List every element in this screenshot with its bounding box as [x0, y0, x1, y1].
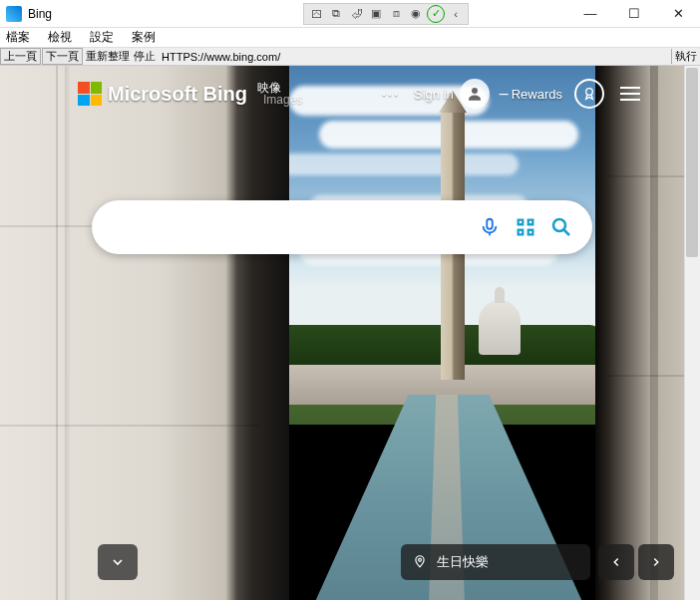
- nav-stop-label[interactable]: 停止: [132, 49, 158, 64]
- more-menu-icon[interactable]: ⋯: [381, 83, 400, 105]
- svg-point-0: [472, 88, 478, 94]
- avatar-icon[interactable]: [460, 79, 490, 109]
- tool-video-icon[interactable]: ⧉: [327, 5, 345, 23]
- rewards-medal-icon[interactable]: [574, 79, 604, 109]
- vertical-scrollbar[interactable]: [684, 66, 700, 600]
- rewards-link[interactable]: Rewards: [512, 87, 562, 102]
- search-submit-icon[interactable]: [548, 214, 574, 240]
- menu-settings[interactable]: 設定: [88, 28, 116, 47]
- tool-check-icon[interactable]: ✓: [427, 5, 445, 23]
- search-box: [92, 200, 592, 254]
- header-links: 映像 Images: [257, 82, 302, 106]
- tool-pointer-icon[interactable]: ⮰: [347, 5, 365, 23]
- hamburger-menu-icon[interactable]: [620, 87, 640, 101]
- nav-prev-button[interactable]: 上一頁: [0, 48, 41, 65]
- svg-point-1: [586, 89, 593, 96]
- close-button[interactable]: ✕: [656, 0, 700, 28]
- maximize-button[interactable]: ☐: [612, 0, 656, 28]
- page-content: Microsoft Bing 映像 Images ⋯ Sign in – Rew…: [0, 66, 700, 600]
- image-search-icon[interactable]: [513, 214, 538, 240]
- svg-point-4: [419, 558, 422, 561]
- svg-rect-2: [487, 219, 493, 229]
- titlebar: Bing ⮹ ⧉ ⮰ ▣ ⧈ ◉ ✓ ‹ — ☐ ✕: [0, 0, 700, 28]
- signin-link[interactable]: Sign in: [414, 87, 454, 102]
- menu-view[interactable]: 檢視: [46, 28, 74, 47]
- app-icon: [6, 6, 22, 22]
- nav-next-button[interactable]: 下一頁: [42, 48, 83, 65]
- wallpaper-nav: [598, 544, 674, 580]
- scrollbar-thumb[interactable]: [686, 68, 698, 257]
- brand-label[interactable]: Microsoft Bing: [108, 83, 247, 106]
- expand-down-button[interactable]: [98, 544, 138, 580]
- background-image: [0, 66, 700, 600]
- nav-run-label[interactable]: 執行: [671, 49, 700, 64]
- wallpaper-next-button[interactable]: [638, 544, 674, 580]
- window-buttons: — ☐ ✕: [568, 0, 700, 28]
- tool-square-icon[interactable]: ▣: [367, 5, 385, 23]
- nav-refresh-label[interactable]: 重新整理: [84, 49, 132, 64]
- voice-search-icon[interactable]: [477, 214, 503, 240]
- debug-toolbox: ⮹ ⧉ ⮰ ▣ ⧈ ◉ ✓ ‹: [303, 3, 469, 25]
- link-images-en[interactable]: Images: [263, 94, 302, 106]
- image-info-text: 生日快樂: [437, 553, 489, 571]
- minimize-button[interactable]: —: [568, 0, 612, 28]
- tool-record-icon[interactable]: ◉: [407, 5, 425, 23]
- navbar: 上一頁 下一頁 重新整理 停止 HTTPS://www.bing.com/ 執行: [0, 48, 700, 66]
- rewards-prefix: –: [500, 85, 509, 103]
- bing-header: Microsoft Bing 映像 Images ⋯ Sign in – Rew…: [78, 74, 680, 114]
- window-title: Bing: [28, 7, 52, 21]
- search-input[interactable]: [110, 218, 467, 236]
- menu-file[interactable]: 檔案: [4, 28, 32, 47]
- tool-cursor-icon[interactable]: ⮹: [307, 5, 325, 23]
- microsoft-logo-icon: [78, 82, 102, 106]
- tool-back-icon[interactable]: ‹: [447, 5, 465, 23]
- wallpaper-prev-button[interactable]: [598, 544, 634, 580]
- location-pin-icon: [413, 554, 427, 571]
- menubar: 檔案 檢視 設定 案例: [0, 28, 700, 48]
- tool-screen-icon[interactable]: ⧈: [387, 5, 405, 23]
- menu-example[interactable]: 案例: [130, 28, 158, 47]
- url-display: HTTPS://www.bing.com/: [158, 51, 671, 63]
- svg-point-3: [553, 219, 565, 231]
- image-info-bar[interactable]: 生日快樂: [401, 544, 590, 580]
